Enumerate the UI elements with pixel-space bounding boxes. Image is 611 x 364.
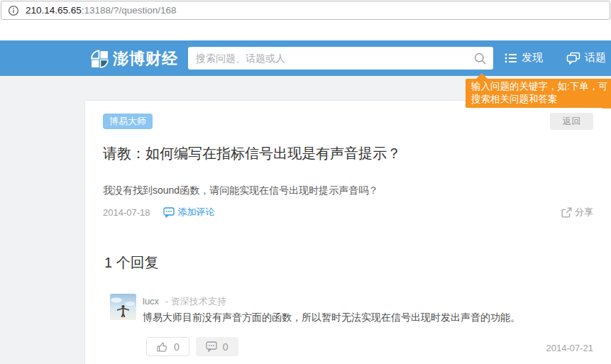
search-tooltip: 输入问题的关键字，如:下单，可 搜索相关问题和答案 xyxy=(466,79,611,108)
share-icon xyxy=(561,207,572,218)
question-body: 我没有找到sound函数，请问能实现在信号出现时提示声音吗？ xyxy=(103,184,378,197)
logo-text: 澎博财经 xyxy=(113,48,178,70)
search-box[interactable] xyxy=(188,47,493,70)
answer-comment-count: 0 xyxy=(223,341,229,353)
question-meta: 2014-07-18 添加评论 xyxy=(103,206,215,219)
speech-bubbles-icon xyxy=(566,52,580,65)
share-label: 分享 xyxy=(575,206,593,219)
nav-topic[interactable]: 话题 xyxy=(566,51,606,65)
answer-author[interactable]: lucx - 资深技术支持 xyxy=(143,295,226,308)
question-title: 请教：如何编写在指标信号出现是有声音提示？ xyxy=(103,144,401,163)
avatar[interactable] xyxy=(110,294,136,320)
url-path: :13188/?/question/168 xyxy=(82,5,177,16)
answer-actions: 0 0 xyxy=(146,337,238,356)
answer-date: 2014-07-21 xyxy=(546,343,594,353)
tooltip-line2: 搜索相关问题和答案 xyxy=(471,93,608,106)
tooltip-arrow xyxy=(476,73,488,79)
comment-bubble-icon xyxy=(163,207,175,218)
replies-heading: 1 个回复 xyxy=(104,253,159,272)
search-input[interactable] xyxy=(188,47,493,70)
add-comment-label: 添加评论 xyxy=(178,206,215,219)
list-icon xyxy=(505,53,517,64)
nav-discover-label: 发现 xyxy=(522,51,543,65)
site-logo[interactable]: 澎博财经 xyxy=(90,48,178,70)
topic-tag[interactable]: 博易大师 xyxy=(103,114,153,129)
site-header: 澎博财经 发现 话题 xyxy=(0,40,611,76)
answer-author-name[interactable]: lucx xyxy=(143,296,159,307)
back-button[interactable]: 返回 xyxy=(550,113,593,130)
nav-discover[interactable]: 发现 xyxy=(505,51,543,65)
nav-topic-label: 话题 xyxy=(585,51,606,65)
upvote-button[interactable]: 0 xyxy=(146,337,189,356)
answer-author-title: - 资深技术支持 xyxy=(165,296,226,307)
browser-address-bar[interactable]: 210.14.65.65:13188/?/question/168 xyxy=(1,1,610,20)
thumbs-up-icon xyxy=(156,341,168,353)
tooltip-line1: 输入问题的关键字，如:下单，可 xyxy=(471,80,608,93)
answer-comments-button[interactable]: 0 xyxy=(196,337,238,356)
search-icon[interactable] xyxy=(473,52,487,65)
info-icon[interactable] xyxy=(8,5,19,16)
answer-text: 博易大师目前没有声音方面的函数，所以暂时无法实现在信号出现时发出声音的功能。 xyxy=(143,311,520,324)
comment-count-icon xyxy=(206,341,217,352)
url-host: 210.14.65.65 xyxy=(26,5,82,16)
add-comment-link[interactable]: 添加评论 xyxy=(163,206,215,219)
upvote-count: 0 xyxy=(174,341,180,353)
share-link[interactable]: 分享 xyxy=(561,206,593,219)
question-card: 博易大师 返回 请教：如何编写在指标信号出现是有声音提示？ 我没有找到sound… xyxy=(85,101,611,364)
person-sky-avatar xyxy=(110,294,136,320)
question-date: 2014-07-18 xyxy=(103,207,150,218)
logo-grid-icon xyxy=(90,50,109,69)
url-text[interactable]: 210.14.65.65:13188/?/question/168 xyxy=(26,5,176,16)
